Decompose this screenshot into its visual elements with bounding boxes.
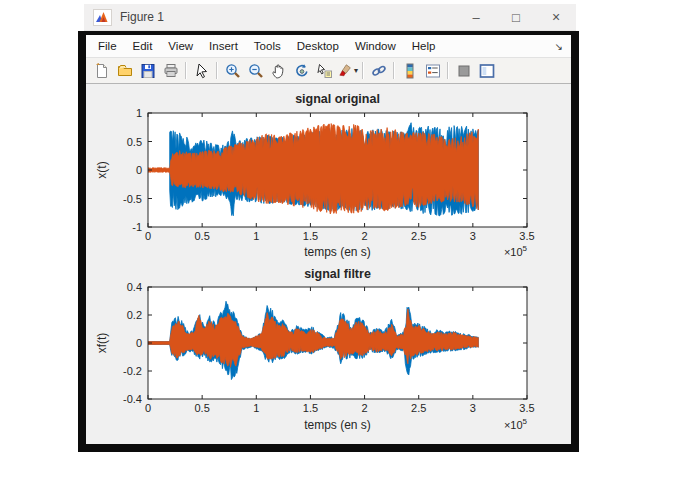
menu-item-edit[interactable]: Edit (125, 38, 161, 54)
menu-item-tools[interactable]: Tools (246, 38, 289, 54)
x-tick-label: 3 (470, 402, 476, 414)
open-file-button[interactable] (113, 60, 136, 81)
rotate-3d-button[interactable] (290, 60, 313, 81)
x-tick-label: 2.5 (411, 402, 426, 414)
x-tick-label: 0 (145, 402, 151, 414)
figure-window: Figure 1 – □ × FileEditViewInsertToolsDe… (78, 4, 579, 452)
toolbar: ▾ (86, 58, 571, 84)
close-button[interactable]: × (536, 4, 576, 30)
new-file-icon (93, 62, 111, 80)
brush-button[interactable]: ▾ (336, 60, 359, 81)
insert-legend-button[interactable] (421, 60, 444, 81)
titlebar[interactable]: Figure 1 – □ × (84, 4, 576, 31)
menu-item-file[interactable]: File (90, 38, 125, 54)
menu-item-insert[interactable]: Insert (201, 38, 246, 54)
y-tick-label: 0 (136, 164, 142, 176)
chart-signal-filtre: 00.511.522.533.5-0.4-0.200.20.4signal fi… (86, 265, 571, 444)
x-axis-label: temps (en s) (304, 418, 371, 432)
y-tick-label: -0.5 (123, 193, 142, 205)
hide-plot-tools-button[interactable] (452, 60, 475, 81)
pan-button[interactable] (267, 60, 290, 81)
brush-icon (337, 62, 353, 80)
y-tick-label: -0.2 (123, 365, 142, 377)
chart-signal-original: 00.511.522.533.5-1-0.500.51signal origin… (86, 84, 571, 265)
print-figure-icon (162, 62, 180, 80)
maximize-button[interactable]: □ (496, 4, 536, 30)
save-figure-button[interactable] (136, 60, 159, 81)
data-cursor-button[interactable] (313, 60, 336, 81)
dock-figure-icon[interactable]: ↘ (555, 41, 567, 52)
toolbar-separator (216, 62, 218, 79)
y-tick-label: 0.5 (127, 136, 142, 148)
pan-icon (270, 62, 288, 80)
matlab-figure-icon (93, 9, 112, 26)
x-tick-label: 3 (470, 230, 476, 242)
toolbar-separator (393, 62, 395, 79)
chart-title: signal original (295, 92, 380, 106)
y-tick-label: 0 (136, 337, 142, 349)
edit-plot-icon (193, 62, 211, 80)
save-figure-icon (139, 62, 157, 80)
data-cursor-icon (316, 62, 334, 80)
minimize-button[interactable]: – (456, 4, 496, 30)
figure-canvas: 00.511.522.533.5-1-0.500.51signal origin… (86, 84, 571, 444)
x-tick-label: 0 (145, 230, 151, 242)
insert-legend-icon (424, 62, 442, 80)
toolbar-separator (447, 62, 449, 79)
edit-plot-button[interactable] (190, 60, 213, 81)
print-figure-button[interactable] (159, 60, 182, 81)
x-tick-label: 3.5 (519, 402, 534, 414)
show-plot-tools-icon (478, 62, 496, 80)
window-title: Figure 1 (120, 10, 164, 24)
zoom-in-button[interactable] (221, 60, 244, 81)
insert-colorbar-icon (401, 62, 419, 80)
link-plot-button[interactable] (367, 60, 390, 81)
menu-item-desktop[interactable]: Desktop (289, 38, 347, 54)
toolbar-separator (362, 62, 364, 79)
x-tick-label: 0.5 (194, 402, 209, 414)
y-tick-label: -0.4 (123, 393, 142, 405)
zoom-out-icon (247, 62, 265, 80)
x-axis-exponent-label: ×105 (504, 417, 528, 431)
y-tick-label: 0.4 (127, 281, 142, 293)
figure-body: FileEditViewInsertToolsDesktopWindowHelp… (78, 31, 579, 452)
menu-item-view[interactable]: View (160, 38, 201, 54)
y-tick-label: -1 (132, 221, 142, 233)
x-tick-label: 1.5 (303, 230, 318, 242)
new-file-button[interactable] (90, 60, 113, 81)
x-tick-label: 0.5 (194, 230, 209, 242)
brush-dropdown-caret-icon[interactable]: ▾ (354, 66, 358, 75)
y-tick-label: 1 (136, 107, 142, 119)
menu-item-window[interactable]: Window (347, 38, 404, 54)
hide-plot-tools-icon (455, 62, 473, 80)
x-tick-label: 1.5 (303, 402, 318, 414)
y-tick-label: 0.2 (127, 309, 142, 321)
rotate-3d-icon (293, 62, 311, 80)
chart-title: signal filtre (304, 267, 371, 281)
link-plot-icon (370, 62, 388, 80)
y-axis-label: x(t) (95, 161, 109, 178)
zoom-out-button[interactable] (244, 60, 267, 81)
x-tick-label: 2.5 (411, 230, 426, 242)
x-tick-label: 2 (362, 230, 368, 242)
show-plot-tools-button[interactable] (475, 60, 498, 81)
menu-item-help[interactable]: Help (404, 38, 444, 54)
zoom-in-icon (224, 62, 242, 80)
x-tick-label: 2 (362, 402, 368, 414)
x-tick-label: 1 (253, 230, 259, 242)
x-axis-exponent-label: ×105 (504, 244, 528, 258)
x-tick-label: 3.5 (519, 230, 534, 242)
open-file-icon (116, 62, 134, 80)
y-axis-label: xf(t) (95, 333, 109, 354)
x-tick-label: 1 (253, 402, 259, 414)
insert-colorbar-button[interactable] (398, 60, 421, 81)
menubar: FileEditViewInsertToolsDesktopWindowHelp… (86, 35, 571, 58)
x-axis-label: temps (en s) (304, 245, 371, 259)
toolbar-separator (185, 62, 187, 79)
